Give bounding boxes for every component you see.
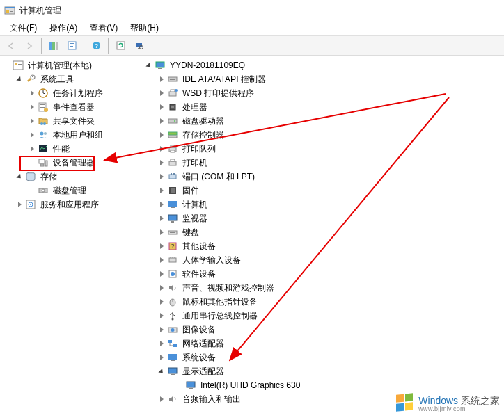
menu-help[interactable]: 帮助(H) (125, 21, 164, 35)
device-category[interactable]: 键盘 (139, 225, 504, 239)
tree-disk-mgmt[interactable]: 磁盘管理 (0, 184, 139, 197)
device-category[interactable]: 存储控制器 (139, 128, 504, 142)
expander-icon[interactable] (156, 241, 167, 252)
expander-icon[interactable] (156, 324, 167, 335)
tree-root-computer-mgmt[interactable]: 计算机管理(本地) (0, 58, 139, 72)
device-category[interactable]: IDE ATA/ATAPI 控制器 (139, 72, 504, 86)
tree-event-viewer[interactable]: 事件查看器 (0, 100, 139, 114)
svg-rect-25 (40, 104, 45, 105)
expander-icon[interactable] (156, 296, 167, 307)
expander-icon[interactable] (156, 268, 167, 280)
tree-services-apps[interactable]: 服务和应用程序 (0, 197, 139, 211)
menu-view[interactable]: 查看(V) (84, 21, 123, 35)
device-category[interactable]: WSD 打印提供程序 (139, 86, 504, 100)
device-category[interactable]: 图像设备 (139, 323, 504, 337)
menu-action[interactable]: 操作(A) (44, 21, 83, 35)
tree-local-users[interactable]: 本地用户和组 (0, 128, 139, 142)
expander-icon[interactable] (26, 115, 38, 127)
device-root[interactable]: YYDN-20181109EQ (139, 58, 504, 72)
svg-rect-52 (168, 119, 177, 123)
tree-task-scheduler[interactable]: 任务计划程序 (0, 86, 139, 100)
expander-icon[interactable] (156, 129, 167, 140)
device-category[interactable]: ?其他设备 (139, 239, 504, 253)
svg-rect-95 (396, 403, 404, 412)
expander-icon[interactable] (156, 352, 167, 363)
expander-icon[interactable] (156, 143, 167, 154)
svg-text:?: ? (171, 243, 174, 250)
svg-rect-34 (39, 159, 45, 163)
device-category[interactable]: 磁盘驱动器 (139, 114, 504, 128)
tree-systools[interactable]: 系统工具 (0, 72, 139, 86)
network-icon (167, 338, 178, 349)
device-category[interactable]: 通用串行总线控制器 (139, 309, 504, 323)
device-gpu-item[interactable]: Intel(R) UHD Graphics 630 (139, 378, 504, 392)
expander-icon[interactable] (26, 88, 38, 99)
expander-icon[interactable] (156, 213, 167, 224)
svg-rect-63 (173, 173, 175, 175)
toolbar: ? (0, 36, 504, 56)
device-display-adapters[interactable]: 显示适配器 (139, 364, 504, 378)
device-category-label: IDE ATA/ATAPI 控制器 (181, 73, 267, 86)
device-category[interactable]: 端口 (COM 和 LPT) (139, 170, 504, 184)
help-button[interactable]: ? (88, 38, 104, 54)
expander-icon[interactable] (156, 171, 167, 182)
expander-icon[interactable] (156, 255, 167, 266)
expander-icon[interactable] (14, 199, 25, 210)
tree-device-manager[interactable]: 设备管理器 (0, 156, 139, 170)
expander-icon[interactable] (156, 310, 167, 321)
panels-button[interactable] (45, 38, 62, 54)
expander-icon[interactable] (156, 74, 167, 85)
tree-performance[interactable]: 性能 (0, 142, 139, 156)
expander-icon[interactable] (156, 199, 167, 210)
expander-icon[interactable] (156, 282, 167, 293)
expander-icon[interactable] (14, 171, 25, 182)
expander-icon[interactable] (26, 129, 38, 140)
device-category[interactable]: 网络适配器 (139, 337, 504, 350)
expander-icon[interactable] (143, 60, 155, 71)
expander-icon[interactable] (156, 102, 167, 113)
tree-storage[interactable]: 存储 (0, 170, 139, 184)
properties-button[interactable] (63, 38, 80, 54)
device-category-label: 处理器 (181, 101, 209, 114)
device-category[interactable]: 固件 (139, 184, 504, 197)
right-tree-pane: YYDN-20181109EQ IDE ATA/ATAPI 控制器 WSD 打印… (139, 56, 504, 420)
device-category-label: 固件 (181, 184, 200, 197)
expander-icon[interactable] (156, 88, 167, 99)
audio-icon (167, 282, 178, 293)
port-icon (167, 171, 178, 182)
menu-file[interactable]: 文件(F) (4, 21, 42, 35)
svg-rect-46 (170, 79, 175, 80)
device-category[interactable]: 打印机 (139, 156, 504, 170)
svg-point-28 (44, 108, 48, 112)
expander-icon[interactable] (156, 115, 167, 127)
svg-rect-96 (405, 402, 413, 410)
device-category[interactable]: 人体学输入设备 (139, 253, 504, 267)
device-category[interactable]: 软件设备 (139, 267, 504, 281)
device-category[interactable]: 打印队列 (139, 142, 504, 156)
expander-icon[interactable] (156, 157, 167, 168)
titlebar: 计算机管理 (0, 0, 504, 21)
svg-rect-83 (168, 340, 172, 343)
expander-icon[interactable] (26, 102, 38, 113)
expander-icon[interactable] (156, 338, 167, 349)
watermark-url: www.bjjmlv.com (418, 406, 500, 413)
device-category[interactable]: 处理器 (139, 100, 504, 114)
device-category[interactable]: 系统设备 (139, 350, 504, 364)
device-category[interactable]: 鼠标和其他指针设备 (139, 295, 504, 309)
svg-rect-67 (171, 207, 175, 208)
expander-icon[interactable] (156, 185, 167, 196)
tree-shared-folders[interactable]: 共享文件夹 (0, 114, 139, 128)
refresh-button[interactable] (112, 38, 129, 54)
device-category[interactable]: 监视器 (139, 211, 504, 225)
scan-hw-button[interactable] (130, 38, 147, 54)
expander-icon[interactable] (14, 74, 25, 85)
device-category[interactable]: 声音、视频和游戏控制器 (139, 281, 504, 295)
expander-icon[interactable] (156, 394, 167, 405)
toolbar-separator (41, 38, 42, 54)
users-icon (38, 129, 49, 140)
expander-icon[interactable] (156, 366, 167, 377)
expander-icon[interactable] (26, 143, 38, 154)
svg-point-30 (43, 122, 46, 125)
expander-icon[interactable] (156, 227, 167, 238)
device-category[interactable]: 计算机 (139, 197, 504, 211)
